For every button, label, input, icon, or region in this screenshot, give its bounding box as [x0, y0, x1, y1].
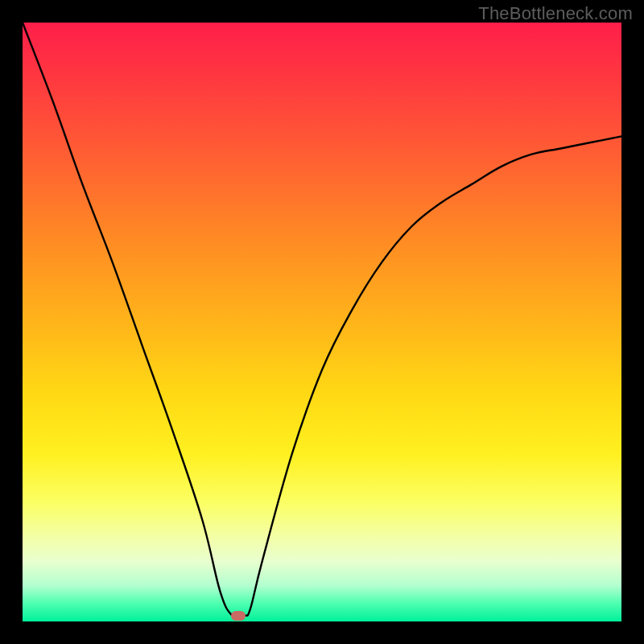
- optimum-marker: [231, 611, 246, 621]
- plot-area: [23, 23, 621, 621]
- watermark-text: TheBottleneck.com: [478, 3, 633, 24]
- curve-svg: [23, 23, 621, 621]
- chart-frame: TheBottleneck.com: [0, 0, 644, 644]
- bottleneck-curve: [23, 23, 621, 617]
